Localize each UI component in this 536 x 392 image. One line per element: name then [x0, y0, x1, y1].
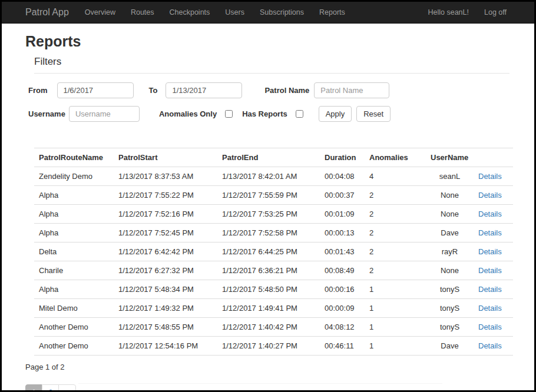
- cell-patrol-end: 1/12/2017 7:53:25 PM: [217, 205, 320, 224]
- brand-link[interactable]: Patrol App: [25, 7, 69, 18]
- table-row: Another Demo1/12/2017 12:54:16 PM1/12/20…: [34, 337, 513, 356]
- cell-duration: 00:04:08: [320, 167, 365, 186]
- greeting-link[interactable]: Hello seanL!: [420, 8, 477, 16]
- cell-patrol-route-name: Mitel Demo: [34, 299, 114, 318]
- cell-username: Dave: [426, 224, 474, 242]
- details-link[interactable]: Details: [478, 172, 502, 181]
- cell-duration: 00:46:11: [320, 337, 365, 356]
- app-window: Patrol App Overview Routes Checkpoints U…: [0, 0, 536, 392]
- cell-anomalies: 2: [365, 224, 426, 242]
- to-label: To: [149, 86, 158, 95]
- details-link[interactable]: Details: [478, 285, 502, 294]
- details-link[interactable]: Details: [478, 266, 502, 275]
- table-row: Mitel Demo1/12/2017 1:49:32 PM1/12/2017 …: [34, 299, 513, 318]
- cell-patrol-end: 1/12/2017 1:40:42 PM: [217, 318, 320, 337]
- page-button-next[interactable]: »: [58, 384, 75, 392]
- cell-patrol-start: 1/13/2017 8:37:53 AM: [114, 167, 217, 186]
- cell-duration: 00:01:09: [320, 205, 365, 224]
- details-link[interactable]: Details: [478, 304, 502, 313]
- cell-details: Details: [474, 337, 513, 356]
- page-button-1[interactable]: 1: [25, 384, 42, 392]
- cell-details: Details: [474, 205, 513, 224]
- nav-item-reports[interactable]: Reports: [312, 8, 353, 16]
- details-link[interactable]: Details: [478, 323, 502, 331]
- cell-patrol-route-name: Alpha: [34, 224, 114, 242]
- cell-details: Details: [474, 224, 513, 242]
- details-link[interactable]: Details: [478, 210, 502, 218]
- table-header-row: PatrolRouteName PatrolStart PatrolEnd Du…: [34, 148, 513, 167]
- details-link[interactable]: Details: [478, 341, 502, 350]
- cell-duration: 00:08:49: [320, 261, 365, 280]
- cell-patrol-start: 1/12/2017 1:49:32 PM: [114, 299, 217, 318]
- patrol-name-input[interactable]: [314, 82, 389, 98]
- pagination: 1 2 »: [25, 384, 76, 392]
- page-button-2[interactable]: 2: [42, 384, 59, 392]
- nav-item-users[interactable]: Users: [217, 8, 252, 16]
- logoff-link[interactable]: Log off: [477, 8, 514, 16]
- apply-button[interactable]: Apply: [319, 106, 352, 122]
- cell-patrol-start: 1/12/2017 7:52:45 PM: [114, 224, 217, 242]
- has-reports-checkbox[interactable]: [296, 110, 303, 118]
- to-date-input[interactable]: [166, 82, 242, 98]
- cell-duration: 00:01:43: [320, 242, 365, 261]
- reset-button[interactable]: Reset: [356, 106, 391, 122]
- cell-details: Details: [474, 280, 513, 299]
- filters-fieldset: Filters From To Patrol Name Username Ano…: [34, 56, 509, 129]
- nav-item-overview[interactable]: Overview: [77, 8, 123, 16]
- nav-item-checkpoints[interactable]: Checkpoints: [162, 8, 218, 16]
- table-row: Alpha1/12/2017 7:55:22 PM1/12/2017 7:55:…: [34, 186, 513, 205]
- cell-username: None: [426, 186, 474, 205]
- cell-patrol-route-name: Alpha: [34, 205, 114, 224]
- nav-item-routes[interactable]: Routes: [123, 8, 162, 16]
- cell-username: Dave: [426, 337, 474, 356]
- from-date-input[interactable]: [57, 82, 134, 98]
- cell-anomalies: 2: [365, 261, 426, 280]
- cell-patrol-start: 1/12/2017 6:27:32 PM: [114, 261, 217, 280]
- cell-anomalies: 4: [365, 167, 426, 186]
- cell-duration: 00:00:09: [320, 299, 365, 318]
- column-patrol-route-name: PatrolRouteName: [34, 148, 114, 167]
- cell-details: Details: [474, 167, 513, 186]
- cell-patrol-route-name: Another Demo: [34, 337, 114, 356]
- column-patrol-start: PatrolStart: [114, 148, 217, 167]
- cell-details: Details: [474, 186, 513, 205]
- anomalies-only-checkbox[interactable]: [225, 110, 233, 118]
- cell-username: tonyS: [426, 299, 474, 318]
- cell-patrol-end: 1/12/2017 7:55:59 PM: [217, 186, 320, 205]
- cell-details: Details: [474, 299, 513, 318]
- cell-username: seanL: [426, 167, 474, 186]
- username-input[interactable]: [69, 106, 140, 122]
- details-link[interactable]: Details: [478, 228, 502, 237]
- cell-patrol-start: 1/12/2017 7:52:16 PM: [114, 205, 217, 224]
- column-patrol-end: PatrolEnd: [217, 148, 320, 167]
- cell-duration: 04:08:12: [320, 318, 365, 337]
- cell-anomalies: 1: [365, 280, 426, 299]
- cell-username: None: [426, 261, 474, 280]
- column-username: UserName: [426, 148, 474, 167]
- cell-patrol-route-name: Delta: [34, 242, 114, 261]
- cell-patrol-start: 1/12/2017 5:48:34 PM: [114, 280, 217, 299]
- main-content: Reports Filters From To Patrol Name User…: [2, 33, 534, 392]
- cell-patrol-route-name: Another Demo: [34, 318, 114, 337]
- cell-patrol-end: 1/12/2017 6:44:25 PM: [217, 242, 320, 261]
- table-row: Alpha1/12/2017 5:48:34 PM1/12/2017 5:48:…: [34, 280, 513, 299]
- cell-patrol-start: 1/12/2017 6:42:42 PM: [114, 242, 217, 261]
- cell-patrol-route-name: Charile: [34, 261, 114, 280]
- cell-patrol-end: 1/12/2017 1:40:27 PM: [217, 337, 320, 356]
- details-link[interactable]: Details: [478, 247, 502, 256]
- nav-item-subscriptions[interactable]: Subscriptions: [252, 8, 312, 16]
- cell-username: rayR: [426, 242, 474, 261]
- cell-anomalies: 1: [365, 318, 426, 337]
- page-title: Reports: [25, 33, 509, 50]
- username-label: Username: [28, 109, 65, 118]
- cell-anomalies: 2: [365, 205, 426, 224]
- cell-patrol-route-name: Alpha: [34, 186, 114, 205]
- column-details-header: [474, 148, 513, 167]
- reports-table: PatrolRouteName PatrolStart PatrolEnd Du…: [34, 148, 513, 356]
- footer-divider: [78, 383, 442, 384]
- filter-row-2: Username Anomalies Only Has Reports Appl…: [28, 106, 509, 122]
- cell-patrol-end: 1/12/2017 7:52:58 PM: [217, 224, 320, 242]
- has-reports-label: Has Reports: [242, 109, 287, 118]
- cell-details: Details: [474, 261, 513, 280]
- details-link[interactable]: Details: [478, 191, 502, 200]
